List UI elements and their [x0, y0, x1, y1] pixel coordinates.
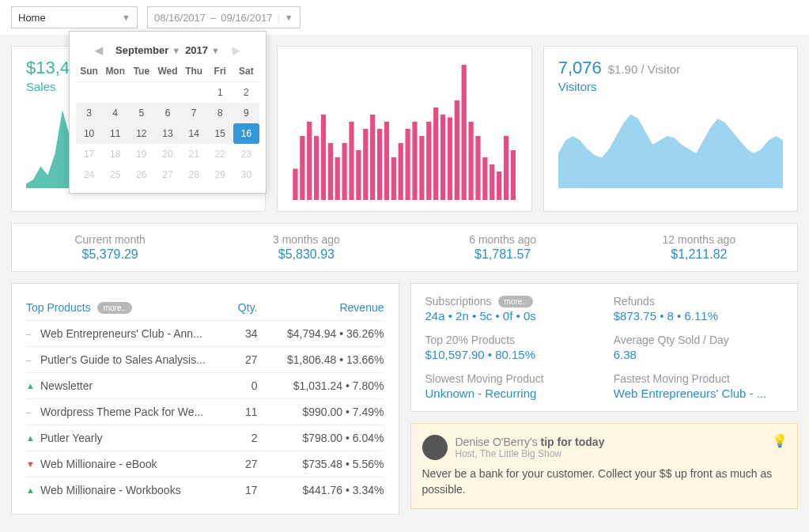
product-qty: 27 — [210, 353, 258, 366]
svg-rect-5 — [328, 143, 333, 200]
more-button[interactable]: more.. — [97, 302, 132, 314]
calendar-day[interactable]: 12 — [128, 123, 154, 144]
tip-author: Denise O'Berry's — [456, 436, 538, 448]
revenue-header[interactable]: Revenue — [258, 301, 384, 314]
stat-item: Fastest Moving ProductWeb Entrepreneurs'… — [614, 372, 783, 400]
calendar-dow: Sat — [233, 61, 259, 82]
trend-icon: ▼ — [26, 459, 40, 469]
visitors-chart — [558, 101, 783, 188]
comparison-label: 6 months ago — [405, 233, 601, 246]
calendar-day[interactable]: 16 — [233, 123, 259, 144]
date-end: 09/16/2017 — [221, 12, 272, 24]
calendar-day[interactable]: 5 — [128, 103, 154, 123]
calendar-day[interactable]: 9 — [233, 103, 259, 123]
calendar-day[interactable]: 2 — [233, 82, 259, 103]
calendar-day[interactable]: 6 — [154, 103, 180, 123]
calendar-next[interactable]: ▶ — [225, 44, 248, 56]
calendar-year[interactable]: 2017▼ — [185, 44, 220, 56]
svg-rect-29 — [497, 172, 501, 200]
svg-rect-6 — [335, 157, 340, 200]
calendar-day: 24 — [76, 164, 102, 185]
calendar-day: 19 — [128, 144, 154, 164]
table-row[interactable]: ▲Putler Yearly2$798.00 • 6.04% — [26, 424, 384, 451]
calendar-day — [102, 82, 128, 103]
calendar-day[interactable]: 13 — [154, 123, 180, 144]
calendar-day: 28 — [181, 164, 207, 185]
comparison-item: Current month$5,379.29 — [12, 233, 208, 262]
table-row[interactable]: ▲Web Millionaire - Workbooks17$441.76 • … — [26, 477, 384, 503]
svg-rect-15 — [399, 143, 403, 200]
comparison-value: $5,830.93 — [208, 247, 404, 262]
comparison-item: 6 months ago$1,781.57 — [405, 233, 601, 262]
stat-value: 6.38 — [614, 348, 783, 361]
chevron-down-icon: ▼ — [285, 13, 293, 22]
visitors-value: 7,076 — [558, 58, 602, 78]
calendar-day[interactable]: 1 — [207, 82, 233, 103]
calendar-day: 22 — [207, 144, 233, 164]
visitors-label: Visitors — [558, 80, 783, 93]
svg-rect-22 — [448, 118, 452, 200]
visitors-sub: $1.90 / Visitor — [608, 62, 680, 76]
trend-icon: – — [26, 407, 40, 417]
comparison-value: $1,211.82 — [601, 247, 797, 262]
svg-rect-23 — [455, 100, 459, 200]
product-name: Wordpress Theme Pack for We... — [40, 406, 210, 418]
calendar-day[interactable]: 4 — [102, 103, 128, 123]
calendar-day: 26 — [128, 164, 154, 185]
top-products-header[interactable]: Top Products — [26, 301, 91, 314]
calendar-day[interactable]: 15 — [207, 123, 233, 144]
svg-rect-26 — [476, 136, 481, 200]
svg-rect-14 — [391, 157, 396, 200]
qty-header[interactable]: Qty. — [210, 301, 258, 314]
svg-rect-11 — [370, 115, 375, 200]
calendar-day[interactable]: 3 — [76, 103, 102, 123]
right-column: Subscriptions more..24a • 2n • 5c • 0f •… — [410, 283, 799, 515]
product-qty: 34 — [210, 327, 258, 340]
svg-rect-28 — [490, 164, 494, 200]
svg-rect-13 — [384, 122, 389, 200]
product-qty: 2 — [210, 432, 258, 444]
avatar — [422, 435, 448, 460]
calendar-day: 17 — [76, 144, 102, 164]
calendar-day: 29 — [207, 164, 233, 185]
comparison-item: 3 months ago$5,830.93 — [208, 233, 404, 262]
product-qty: 0 — [210, 379, 258, 392]
date-range-picker[interactable]: 08/16/2017 – 09/16/2017 | ▼ ◀ September▼… — [147, 6, 301, 28]
svg-rect-4 — [321, 115, 326, 200]
calendar-day[interactable]: 8 — [207, 103, 233, 123]
calendar-day: 21 — [181, 144, 207, 164]
table-row[interactable]: –Wordpress Theme Pack for We...11$990.00… — [26, 398, 384, 424]
comparison-value: $5,379.29 — [12, 247, 208, 262]
svg-rect-2 — [307, 122, 312, 200]
svg-rect-27 — [483, 157, 488, 200]
calendar-day[interactable]: 10 — [76, 123, 102, 144]
product-name: Putler Yearly — [40, 432, 210, 444]
product-name: Web Millionaire - eBook — [40, 458, 210, 470]
home-dropdown[interactable]: Home ▼ — [11, 6, 138, 28]
stat-item: Slowest Moving ProductUnknown - Recurrin… — [425, 372, 595, 400]
svg-rect-25 — [469, 122, 474, 200]
svg-rect-31 — [511, 150, 516, 200]
svg-rect-7 — [342, 143, 347, 200]
calendar-day[interactable]: 14 — [181, 123, 207, 144]
table-row[interactable]: ▼Web Millionaire - eBook27$735.48 • 5.56… — [26, 451, 384, 477]
calendar-day[interactable]: 11 — [102, 123, 128, 144]
calendar-dow: Mon — [102, 61, 128, 82]
more-button[interactable]: more.. — [498, 296, 533, 308]
calendar-month[interactable]: September▼ — [115, 44, 180, 56]
svg-rect-8 — [350, 122, 354, 200]
svg-rect-3 — [314, 136, 319, 200]
calendar-day[interactable]: 7 — [181, 103, 207, 123]
product-revenue: $1,031.24 • 7.80% — [258, 379, 384, 392]
comparison-label: 12 months ago — [601, 233, 797, 246]
table-row[interactable]: –Web Entrepreneurs' Club - Ann...34$4,79… — [26, 320, 384, 346]
tip-subtitle: Host, The Little Big Show — [456, 448, 605, 459]
table-row[interactable]: ▲Newsletter0$1,031.24 • 7.80% — [26, 372, 384, 398]
stat-item: Subscriptions more..24a • 2n • 5c • 0f •… — [425, 295, 595, 323]
svg-rect-18 — [420, 136, 425, 200]
product-revenue: $735.48 • 5.56% — [258, 458, 384, 470]
table-row[interactable]: –Putler's Guide to Sales Analysis...27$1… — [26, 346, 384, 372]
product-qty: 17 — [210, 484, 258, 496]
calendar-prev[interactable]: ◀ — [87, 44, 111, 56]
svg-rect-12 — [377, 129, 382, 200]
